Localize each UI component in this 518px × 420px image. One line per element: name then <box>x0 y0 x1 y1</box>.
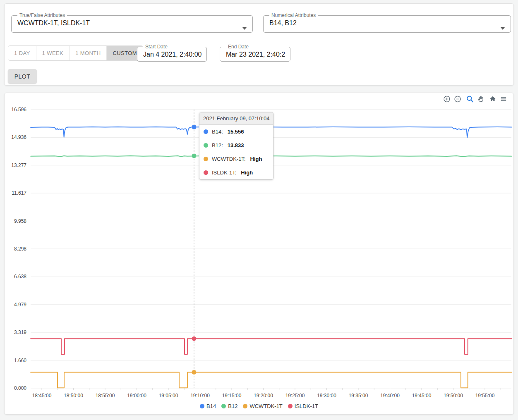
controls-panel: True/False Attributes WCWTDK-1T, ISLDK-1… <box>4 3 514 86</box>
chart-legend: B14B12WCWTDK-1TISLDK-1T <box>5 403 513 409</box>
x-tick-label: 19:25:00 <box>285 393 305 399</box>
legend-item-isldk-1t[interactable]: ISLDK-1T <box>288 403 318 409</box>
y-tick-label: 11.617 <box>12 190 26 196</box>
hover-tooltip: 2021 February 09, 07:10:04 B14:15.556B12… <box>199 112 273 180</box>
legend-item-wcwtdk-1t[interactable]: WCWTDK-1T <box>243 403 282 409</box>
x-tick-label: 18:55:00 <box>96 393 115 399</box>
range-button-group: 1 DAY1 WEEK1 MONTHCUSTOM <box>8 45 143 61</box>
y-tick-label: 0.000 <box>14 385 26 391</box>
pan-icon[interactable] <box>477 95 485 103</box>
range-button-1-month[interactable]: 1 MONTH <box>70 46 107 60</box>
tooltip-timestamp: 2021 February 09, 07:10:04 <box>199 112 273 125</box>
legend-label: ISLDK-1T <box>295 403 318 409</box>
crosshair-marker-ISLDK-1T <box>192 336 196 341</box>
chart-modebar <box>443 95 508 103</box>
x-tick-label: 19:05:00 <box>159 393 178 399</box>
series-line-WCWTDK-1T <box>31 372 511 388</box>
end-date-value: Mar 23 2021, 2:40:2 <box>225 50 285 62</box>
x-tick-label: 19:40:00 <box>380 393 400 399</box>
end-date-label: End Date <box>226 44 251 50</box>
start-date-label: Start Date <box>143 44 170 50</box>
home-icon[interactable] <box>489 95 497 103</box>
true-false-attributes-label: True/False Attributes <box>17 13 67 18</box>
box-zoom-icon[interactable] <box>466 95 474 103</box>
tooltip-series-label: B12: <box>212 142 223 148</box>
x-tick-label: 19:20:00 <box>254 393 273 399</box>
x-tick-label: 19:00:00 <box>127 393 146 399</box>
y-tick-label: 16.596 <box>11 107 26 112</box>
x-tick-label: 19:35:00 <box>349 393 368 399</box>
y-tick-label: 1.660 <box>14 358 26 363</box>
range-button-1-day[interactable]: 1 DAY <box>8 46 36 60</box>
series-color-dot <box>204 143 208 148</box>
tooltip-row: B14:15.556 <box>199 125 273 138</box>
x-ticks <box>42 388 501 390</box>
series-color-dot <box>204 170 208 175</box>
y-tick-label: 13.277 <box>11 162 26 168</box>
legend-item-b12[interactable]: B12 <box>221 403 237 409</box>
crosshair-marker-B14 <box>192 125 196 129</box>
tooltip-series-value: High <box>241 169 253 176</box>
x-tick-labels: 18:45:0018:50:0018:55:0019:00:0019:05:00… <box>32 393 495 399</box>
plot-button[interactable]: PLOT <box>8 69 37 84</box>
legend-color-dot <box>221 404 226 408</box>
numerical-attributes-value: B14, B12 <box>269 18 506 31</box>
x-tick-label: 19:50:00 <box>444 393 463 399</box>
tooltip-rows: B14:15.556B12:13.833WCWTDK-1T:HighISLDK-… <box>199 125 273 179</box>
start-date-value: Jan 4 2021, 2:40:00 <box>142 50 201 62</box>
true-false-attributes-select[interactable]: True/False Attributes WCWTDK-1T, ISLDK-1… <box>11 13 253 33</box>
y-tick-label: 3.319 <box>14 329 26 335</box>
x-tick-label: 19:55:00 <box>475 393 495 399</box>
start-date-field[interactable]: Start Date Jan 4 2021, 2:40:00 <box>137 44 207 62</box>
chevron-down-icon <box>501 27 505 30</box>
numerical-attributes-select[interactable]: Numerical Attributes B14, B12 <box>263 13 511 33</box>
range-button-1-week[interactable]: 1 WEEK <box>36 46 70 60</box>
tooltip-series-label: ISLDK-1T: <box>212 169 236 176</box>
end-date-field[interactable]: End Date Mar 23 2021, 2:40:2 <box>220 44 290 62</box>
x-tick-label: 19:45:00 <box>412 393 432 399</box>
legend-color-dot <box>200 404 204 408</box>
tooltip-row: ISLDK-1T:High <box>199 166 273 179</box>
y-tick-label: 9.958 <box>14 218 26 224</box>
tooltip-series-label: WCWTDK-1T: <box>212 156 246 162</box>
x-tick-label: 19:15:00 <box>222 393 242 399</box>
y-tick-label: 6.638 <box>14 274 26 279</box>
x-tick-label: 18:45:00 <box>32 393 52 399</box>
crosshair-marker-B12 <box>192 154 196 158</box>
tooltip-row: WCWTDK-1T:High <box>199 152 273 166</box>
x-tick-label: 19:10:00 <box>190 393 210 399</box>
y-tick-label: 8.298 <box>14 246 26 252</box>
series-line-ISLDK-1T <box>31 339 511 354</box>
y-tick-label: 14.936 <box>11 134 26 140</box>
tooltip-series-value: 15.556 <box>228 129 244 135</box>
true-false-attributes-value: WCWTDK-1T, ISLDK-1T <box>17 18 247 31</box>
legend-label: B14 <box>206 403 216 409</box>
crosshair-marker-WCWTDK-1T <box>192 370 196 375</box>
tooltip-row: B12:13.833 <box>199 138 273 152</box>
tooltip-series-value: High <box>250 156 262 162</box>
tooltip-series-label: B14: <box>212 129 223 135</box>
x-tick-label: 19:30:00 <box>317 393 336 399</box>
menu-icon[interactable] <box>499 95 508 103</box>
legend-label: WCWTDK-1T <box>249 403 282 409</box>
legend-label: B12 <box>228 403 237 409</box>
series-color-dot <box>204 129 208 134</box>
legend-item-b14[interactable]: B14 <box>200 403 216 409</box>
legend-color-dot <box>288 404 293 408</box>
zoom-out-icon[interactable] <box>453 95 462 103</box>
chevron-down-icon <box>242 27 247 30</box>
numerical-attributes-label: Numerical Attributes <box>269 13 318 18</box>
series-color-dot <box>204 157 208 161</box>
x-tick-label: 18:50:00 <box>64 393 83 399</box>
y-tick-label: 4.979 <box>14 302 26 308</box>
zoom-in-icon[interactable] <box>443 95 451 103</box>
chart-panel: 16.59614.93613.27711.6179.9588.2986.6384… <box>4 93 514 415</box>
legend-color-dot <box>243 404 247 408</box>
tooltip-series-value: 13.833 <box>228 142 244 148</box>
